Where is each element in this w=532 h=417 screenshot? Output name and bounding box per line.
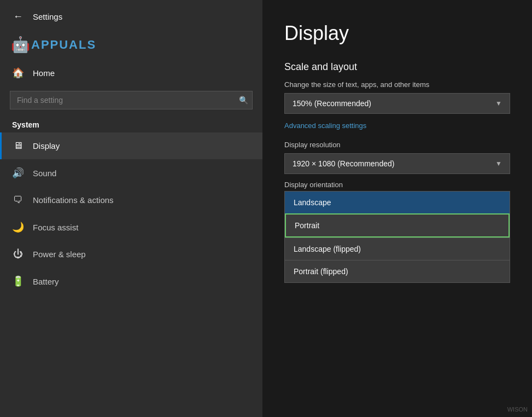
sidebar-label-sound: Sound [33,169,56,178]
scale-value: 150% (Recommended) [293,99,371,108]
sound-icon: 🔊 [12,167,24,179]
search-icon[interactable]: 🔍 [239,96,248,105]
advanced-scaling-link[interactable]: Advanced scaling settings [284,121,366,130]
logo-text: APPUALS [31,38,96,52]
search-box: 🔍 [10,91,253,109]
sidebar-label-battery: Battery [33,277,59,286]
scale-dropdown-arrow: ▼ [495,100,502,107]
power-icon: ⏻ [12,248,24,260]
section-scale-title: Scale and layout [284,61,510,73]
scale-label: Change the size of text, apps, and other… [284,80,510,89]
orientation-label: Display orientation [284,181,510,189]
main-content: Display Scale and layout Change the size… [262,0,532,417]
display-icon: 🖥 [12,140,24,152]
sidebar-item-battery[interactable]: 🔋 Battery [0,268,262,295]
battery-icon: 🔋 [12,275,24,287]
system-label: System [0,116,262,132]
sidebar-item-focus[interactable]: 🌙 Focus assist [0,213,262,241]
watermark: WISON [507,406,528,413]
sidebar-label-power: Power & sleep [33,250,86,259]
resolution-dropdown[interactable]: 1920 × 1080 (Recommended) ▼ [284,153,510,174]
resolution-value: 1920 × 1080 (Recommended) [293,159,394,168]
logo-icon: 🤖 [11,36,30,54]
sidebar-item-sound[interactable]: 🔊 Sound [0,159,262,187]
sidebar-label-notifications: Notifications & actions [33,195,114,205]
orientation-option-portrait-flipped[interactable]: Portrait (flipped) [285,260,510,282]
page-title: Display [284,22,510,45]
focus-icon: 🌙 [12,221,24,233]
home-icon: 🏠 [12,67,24,79]
sidebar-label-focus: Focus assist [33,223,78,232]
orientation-option-landscape-flipped[interactable]: Landscape (flipped) [285,238,510,260]
back-icon: ← [13,11,23,22]
sidebar-item-power[interactable]: ⏻ Power & sleep [0,241,262,268]
home-label: Home [33,68,55,78]
sidebar-header: ← Settings [0,0,262,33]
sidebar: ← Settings 🤖 APPUALS 🏠 Home 🔍 System 🖥 D… [0,0,262,417]
back-button[interactable]: ← [11,9,25,25]
sidebar-item-display[interactable]: 🖥 Display [0,132,262,159]
sidebar-title: Settings [33,12,62,21]
resolution-label: Display resolution [284,141,510,149]
logo-area: 🤖 APPUALS [0,33,262,59]
orientation-dropdown[interactable]: Landscape Portrait Landscape (flipped) P… [284,191,510,283]
sidebar-label-display: Display [33,141,60,150]
resolution-dropdown-arrow: ▼ [495,160,502,167]
orientation-option-portrait[interactable]: Portrait [285,213,510,238]
sidebar-item-home[interactable]: 🏠 Home [0,59,262,86]
sidebar-item-notifications[interactable]: 🗨 Notifications & actions [0,187,262,213]
scale-dropdown[interactable]: 150% (Recommended) ▼ [284,93,510,114]
notifications-icon: 🗨 [12,194,24,206]
search-input[interactable] [10,91,253,109]
orientation-option-landscape[interactable]: Landscape [285,192,510,213]
